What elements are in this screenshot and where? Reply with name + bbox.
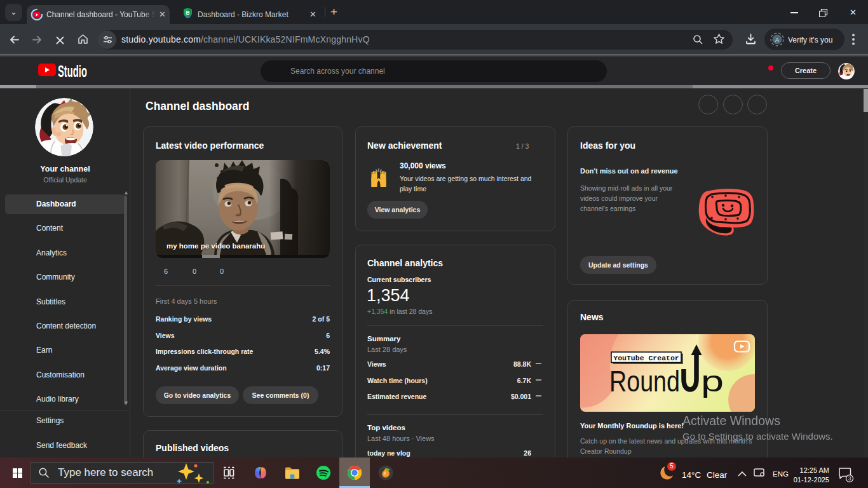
svg-text:Round: Round — [609, 364, 680, 398]
svg-text:3: 3 — [848, 475, 851, 482]
svg-text:A: A — [775, 36, 780, 43]
svg-text:Studio: Studio — [58, 62, 87, 80]
svg-text:B: B — [186, 10, 189, 16]
svg-text:YouTube Creator: YouTube Creator — [613, 354, 679, 362]
svg-text:p: p — [701, 364, 724, 398]
